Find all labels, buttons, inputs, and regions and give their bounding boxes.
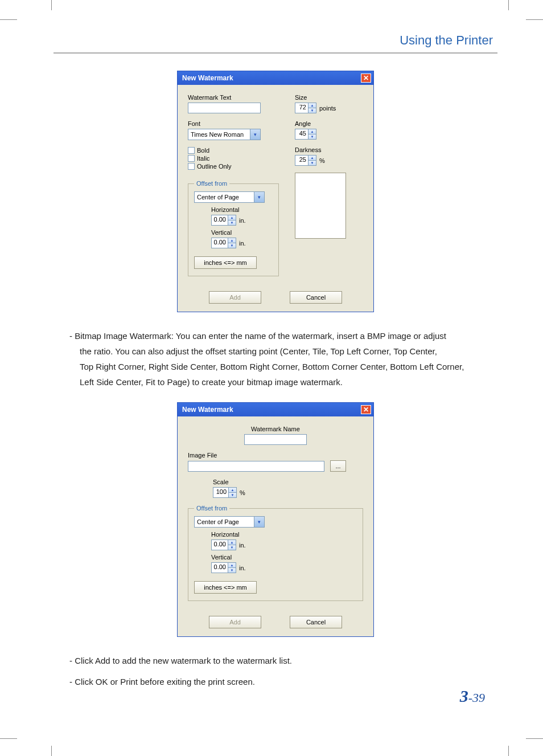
- offset-legend: Offset from: [194, 505, 229, 512]
- outline-label: Outline Only: [197, 163, 232, 170]
- chevron-down-icon: ▾: [250, 129, 260, 140]
- text-line: Left Side Center, Fit to Page) to create…: [69, 374, 497, 390]
- watermark-name-label: Watermark Name: [251, 426, 300, 432]
- page-number: 3-39: [460, 686, 485, 706]
- page-header-title: Using the Printer: [54, 23, 497, 52]
- vertical-spinner[interactable]: 0.00 ▲▼: [211, 238, 236, 248]
- vertical-value: 0.00: [211, 562, 228, 573]
- watermark-text-input[interactable]: [188, 103, 261, 113]
- horizontal-value: 0.00: [211, 540, 228, 550]
- cancel-button[interactable]: Cancel: [290, 616, 342, 628]
- font-select-value: Times New Roman: [191, 131, 244, 138]
- angle-label: Angle: [295, 120, 363, 127]
- vertical-value: 0.00: [211, 238, 228, 248]
- spinner-up-icon[interactable]: ▲: [229, 488, 236, 492]
- horizontal-label: Horizontal: [211, 206, 273, 213]
- new-watermark-dialog-text: New Watermark ✕ Watermark Text Font Time…: [177, 71, 374, 312]
- font-label: Font: [188, 120, 279, 127]
- spinner-up-icon[interactable]: ▲: [228, 540, 236, 545]
- unit-label: in.: [239, 565, 246, 571]
- offset-fieldset: Offset from Center of Page ▾ Horizontal …: [188, 180, 279, 276]
- spinner-down-icon[interactable]: ▼: [228, 220, 236, 225]
- offset-fieldset: Offset from Center of Page ▾ Horizontal …: [188, 505, 363, 601]
- body-paragraph: - Bitmap Image Watermark: You can enter …: [69, 328, 497, 390]
- cancel-button[interactable]: Cancel: [290, 291, 342, 304]
- scale-label: Scale: [213, 479, 363, 485]
- outline-checkbox[interactable]: [188, 163, 195, 170]
- close-icon[interactable]: ✕: [361, 405, 371, 414]
- scale-spinner[interactable]: 100 ▲▼: [213, 487, 237, 498]
- page-sep: -: [468, 690, 472, 705]
- unit-label: in.: [239, 240, 246, 247]
- spinner-down-icon[interactable]: ▼: [228, 567, 236, 573]
- spinner-up-icon[interactable]: ▲: [308, 103, 316, 108]
- bold-checkbox[interactable]: [188, 147, 195, 154]
- size-spinner[interactable]: 72 ▲▼: [295, 103, 316, 113]
- titlebar: New Watermark ✕: [178, 71, 373, 85]
- image-file-label: Image File: [188, 452, 363, 459]
- close-icon[interactable]: ✕: [361, 73, 371, 83]
- darkness-value: 25: [295, 155, 308, 166]
- spinner-down-icon[interactable]: ▼: [308, 160, 316, 165]
- offset-select[interactable]: Center of Page ▾: [194, 191, 265, 203]
- spinner-down-icon[interactable]: ▼: [308, 134, 316, 139]
- image-file-input[interactable]: [188, 461, 324, 472]
- size-label: Size: [295, 94, 363, 101]
- add-button[interactable]: Add: [209, 291, 261, 304]
- watermark-name-input[interactable]: [244, 434, 307, 445]
- size-unit: points: [319, 105, 336, 112]
- chevron-down-icon: ▾: [254, 192, 264, 202]
- crop-mark: [51, 0, 52, 10]
- offset-select-value: Center of Page: [197, 194, 239, 201]
- crop-mark: [526, 19, 543, 20]
- titlebar: New Watermark ✕: [178, 403, 373, 416]
- vertical-spinner[interactable]: 0.00 ▲▼: [211, 562, 236, 573]
- darkness-label: Darkness: [295, 146, 363, 153]
- offset-select[interactable]: Center of Page ▾: [194, 516, 265, 528]
- crop-mark: [508, 746, 509, 756]
- horizontal-value: 0.00: [211, 215, 228, 226]
- chapter-number: 3: [460, 686, 468, 705]
- horizontal-label: Horizontal: [211, 531, 357, 538]
- angle-spinner[interactable]: 45 ▲▼: [295, 129, 316, 140]
- page-num: 39: [472, 690, 485, 705]
- spinner-up-icon[interactable]: ▲: [308, 129, 316, 134]
- text-line: Top Right Corner, Right Side Center, Bot…: [69, 359, 497, 374]
- darkness-spinner[interactable]: 25 ▲▼: [295, 155, 316, 166]
- crop-mark: [0, 19, 17, 20]
- spinner-up-icon[interactable]: ▲: [228, 563, 236, 567]
- spinner-down-icon[interactable]: ▼: [228, 243, 236, 248]
- italic-checkbox[interactable]: [188, 155, 195, 162]
- offset-legend: Offset from: [194, 180, 229, 187]
- crop-mark: [508, 0, 509, 10]
- spinner-up-icon[interactable]: ▲: [308, 156, 316, 160]
- browse-button[interactable]: ...: [330, 460, 346, 472]
- spinner-down-icon[interactable]: ▼: [308, 108, 316, 113]
- dialog-title: New Watermark: [182, 406, 233, 414]
- text-line: the ratio. You can also adjust the offse…: [69, 344, 497, 359]
- spinner-up-icon[interactable]: ▲: [228, 215, 236, 220]
- crop-mark: [51, 746, 52, 756]
- unit-label: in.: [239, 217, 246, 224]
- font-select[interactable]: Times New Roman ▾: [188, 129, 261, 140]
- spinner-down-icon[interactable]: ▼: [229, 492, 236, 497]
- crop-mark: [526, 738, 543, 739]
- scale-value: 100: [213, 487, 229, 498]
- bold-label: Bold: [197, 147, 209, 154]
- body-paragraph: - Click Add to add the new watermark to …: [69, 653, 497, 668]
- unit-label: in.: [239, 542, 246, 549]
- watermark-preview: [295, 173, 346, 239]
- spinner-down-icon[interactable]: ▼: [228, 545, 236, 550]
- text-line: - Bitmap Image Watermark: You can enter …: [69, 328, 497, 344]
- size-value: 72: [295, 103, 308, 113]
- spinner-up-icon[interactable]: ▲: [228, 238, 236, 243]
- horizontal-spinner[interactable]: 0.00 ▲▼: [211, 540, 236, 550]
- add-button[interactable]: Add: [209, 616, 261, 628]
- new-watermark-dialog-bitmap: New Watermark ✕ Watermark Name Image Fil…: [177, 402, 374, 637]
- toggle-units-button[interactable]: inches <=> mm: [194, 581, 257, 594]
- toggle-units-button[interactable]: inches <=> mm: [194, 256, 257, 269]
- dialog-title: New Watermark: [182, 74, 233, 82]
- chevron-down-icon: ▾: [254, 517, 264, 527]
- horizontal-spinner[interactable]: 0.00 ▲▼: [211, 215, 236, 226]
- vertical-label: Vertical: [211, 554, 357, 561]
